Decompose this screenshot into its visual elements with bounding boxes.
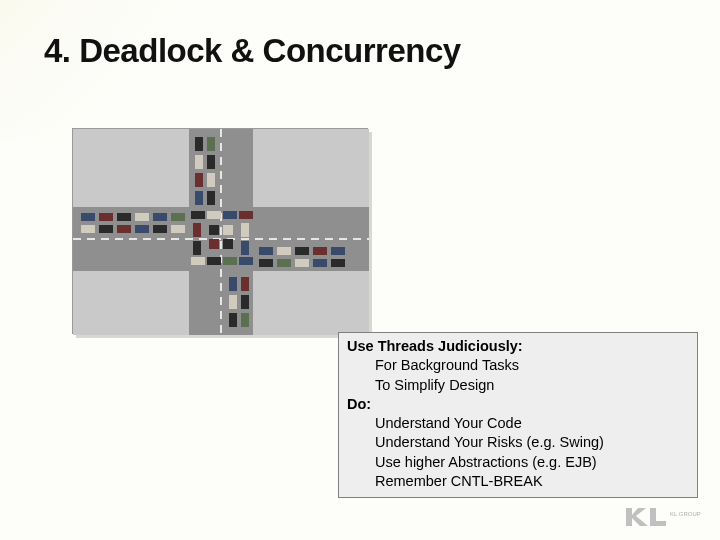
svg-rect-6 [81, 213, 95, 221]
svg-rect-35 [207, 191, 215, 205]
svg-rect-26 [313, 259, 327, 267]
svg-rect-13 [99, 225, 113, 233]
svg-rect-54 [209, 225, 219, 235]
svg-rect-34 [207, 173, 215, 187]
kl-group-logo: KL GROUP [622, 504, 702, 530]
svg-rect-33 [207, 155, 215, 169]
svg-rect-41 [241, 313, 249, 327]
line-understand-risks: Understand Your Risks (e.g. Swing) [347, 433, 689, 452]
svg-rect-14 [117, 225, 131, 233]
svg-rect-40 [241, 295, 249, 309]
svg-rect-24 [277, 259, 291, 267]
line-background-tasks: For Background Tasks [347, 356, 689, 375]
svg-rect-21 [313, 247, 327, 255]
logo-text: KL GROUP [670, 511, 701, 517]
line-simplify-design: To Simplify Design [347, 376, 689, 395]
svg-rect-20 [295, 247, 309, 255]
svg-rect-52 [241, 223, 249, 237]
svg-rect-28 [195, 137, 203, 151]
slide: 4. Deadlock & Concurrency [0, 0, 720, 540]
svg-rect-53 [241, 241, 249, 255]
traffic-gridlock-image [73, 129, 369, 335]
svg-rect-51 [193, 241, 201, 255]
svg-rect-56 [209, 239, 219, 249]
svg-rect-25 [295, 259, 309, 267]
svg-rect-44 [223, 211, 237, 219]
svg-rect-42 [191, 211, 205, 219]
svg-rect-37 [229, 295, 237, 309]
slide-title: 4. Deadlock & Concurrency [44, 32, 676, 70]
svg-rect-23 [259, 259, 273, 267]
svg-rect-30 [195, 173, 203, 187]
svg-rect-46 [191, 257, 205, 265]
svg-rect-10 [153, 213, 167, 221]
svg-rect-9 [135, 213, 149, 221]
svg-rect-36 [229, 277, 237, 291]
svg-rect-8 [117, 213, 131, 221]
svg-rect-17 [171, 225, 185, 233]
svg-rect-43 [207, 211, 221, 219]
svg-rect-49 [239, 257, 253, 265]
line-higher-abstractions: Use higher Abstractions (e.g. EJB) [347, 453, 689, 472]
svg-rect-12 [81, 225, 95, 233]
svg-rect-38 [229, 313, 237, 327]
svg-rect-11 [171, 213, 185, 221]
svg-rect-15 [135, 225, 149, 233]
svg-rect-48 [223, 257, 237, 265]
svg-rect-47 [207, 257, 221, 265]
svg-rect-22 [331, 247, 345, 255]
svg-rect-57 [223, 239, 233, 249]
line-cntl-break: Remember CNTL-BREAK [347, 472, 689, 491]
svg-rect-18 [259, 247, 273, 255]
deadlock-intersection-figure [72, 128, 368, 334]
svg-rect-16 [153, 225, 167, 233]
svg-rect-31 [195, 191, 203, 205]
svg-rect-50 [193, 223, 201, 237]
svg-rect-27 [331, 259, 345, 267]
svg-rect-45 [239, 211, 253, 219]
line-understand-code: Understand Your Code [347, 414, 689, 433]
advice-textbox: Use Threads Judiciously: For Background … [338, 332, 698, 498]
svg-rect-29 [195, 155, 203, 169]
svg-rect-55 [223, 225, 233, 235]
heading-do: Do: [347, 396, 371, 412]
svg-rect-32 [207, 137, 215, 151]
svg-rect-19 [277, 247, 291, 255]
svg-rect-39 [241, 277, 249, 291]
svg-rect-7 [99, 213, 113, 221]
heading-use-threads: Use Threads Judiciously: [347, 338, 523, 354]
